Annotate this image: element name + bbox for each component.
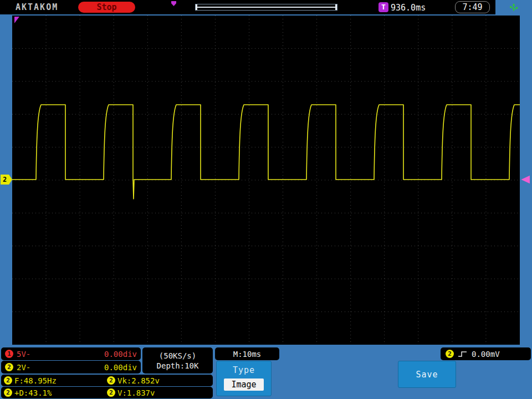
- trigger-time-value: 936.0ms: [391, 3, 426, 13]
- type-button[interactable]: Type Image: [216, 361, 272, 396]
- meas-frequency: F:48.95Hz: [14, 376, 57, 385]
- meas-badge: 2: [4, 376, 12, 385]
- meas-vk: Vk:2.852v: [117, 376, 160, 385]
- trigger-level-value: 0.00mV: [472, 350, 500, 359]
- memory-window-bar[interactable]: [195, 4, 337, 11]
- ch2-status: 2 2V- 0.00div: [1, 361, 141, 374]
- sample-rate: (50KS/s): [159, 351, 196, 360]
- timebase-status: M:10ms: [215, 347, 279, 360]
- rising-edge-icon: [457, 350, 468, 359]
- run-stop-button[interactable]: Stop: [78, 2, 135, 13]
- meas-badge: 2: [107, 376, 115, 385]
- ch2-badge: 2: [5, 363, 13, 371]
- clock: 7:49: [455, 1, 490, 13]
- timebase-value: M:10ms: [233, 350, 262, 359]
- type-selected-option[interactable]: Image: [224, 378, 264, 391]
- type-button-label: Type: [217, 365, 271, 375]
- scope-display: [12, 16, 520, 345]
- measurements-row-1: 2 F:48.95Hz 2 Vk:2.852v: [1, 375, 213, 386]
- ch1-scale: 5V-: [17, 350, 30, 359]
- trigger-status: 2 0.00mV: [441, 347, 531, 360]
- trigger-time-badge: T: [378, 2, 388, 12]
- window-line: [197, 7, 335, 8]
- meas-badge: 2: [107, 388, 115, 397]
- ch1-offset: 0.00div: [104, 350, 137, 359]
- memory-depth: Depth:10K: [157, 361, 199, 370]
- meas-voltage: V:1.837v: [117, 388, 155, 397]
- ch2-scale: 2V-: [17, 363, 30, 372]
- acquisition-status: (50KS/s) Depth:10K: [142, 347, 213, 374]
- scope-canvas: [12, 16, 520, 345]
- window-right-bracket: [335, 4, 337, 10]
- ch1-badge: 1: [5, 350, 13, 358]
- measurements-row-2: 2 +D:43.1% 2 V:1.837v: [1, 387, 213, 398]
- ch2-ground-marker[interactable]: 2: [1, 175, 12, 185]
- meas-badge: 2: [4, 388, 12, 397]
- trigger-source-badge: 2: [446, 350, 454, 358]
- usb-status-area: [495, 0, 532, 14]
- brand-logo: AKTAKOM: [16, 2, 58, 12]
- usb-icon: [509, 3, 519, 12]
- trigger-level-arrow-icon[interactable]: [520, 175, 530, 184]
- ch2-offset: 0.00div: [104, 363, 137, 372]
- save-button[interactable]: Save: [398, 361, 456, 388]
- ch1-status: 1 5V- 0.00div: [1, 347, 141, 360]
- meas-duty: +D:43.1%: [14, 388, 52, 397]
